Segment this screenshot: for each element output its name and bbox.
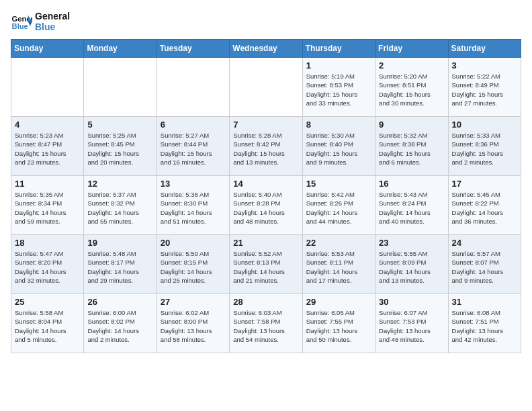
day-number: 11 xyxy=(15,179,80,189)
day-detail: Sunrise: 5:33 AM Sunset: 8:36 PM Dayligh… xyxy=(452,131,517,167)
day-number: 4 xyxy=(15,120,80,130)
day-detail: Sunrise: 5:42 AM Sunset: 8:26 PM Dayligh… xyxy=(306,190,371,226)
day-number: 22 xyxy=(306,238,371,248)
calendar-week-1: 1Sunrise: 5:19 AM Sunset: 8:53 PM Daylig… xyxy=(11,58,521,117)
logo-line2: Blue xyxy=(35,21,70,32)
day-number: 18 xyxy=(15,238,80,248)
calendar-cell: 28Sunrise: 6:03 AM Sunset: 7:58 PM Dayli… xyxy=(230,294,302,353)
day-detail: Sunrise: 6:05 AM Sunset: 7:55 PM Dayligh… xyxy=(306,308,371,344)
calendar-cell: 4Sunrise: 5:23 AM Sunset: 8:47 PM Daylig… xyxy=(11,117,84,176)
day-number: 31 xyxy=(452,297,517,307)
weekday-header-sunday: Sunday xyxy=(11,40,84,58)
calendar-cell: 18Sunrise: 5:47 AM Sunset: 8:20 PM Dayli… xyxy=(11,235,84,294)
calendar-cell: 20Sunrise: 5:50 AM Sunset: 8:15 PM Dayli… xyxy=(157,235,229,294)
day-detail: Sunrise: 5:40 AM Sunset: 8:28 PM Dayligh… xyxy=(233,190,298,226)
day-number: 26 xyxy=(87,297,152,307)
day-detail: Sunrise: 5:38 AM Sunset: 8:30 PM Dayligh… xyxy=(161,190,226,226)
weekday-header-thursday: Thursday xyxy=(302,40,375,58)
weekday-header-saturday: Saturday xyxy=(448,40,521,58)
day-number: 2 xyxy=(379,60,444,71)
calendar-cell: 15Sunrise: 5:42 AM Sunset: 8:26 PM Dayli… xyxy=(302,176,375,235)
calendar-cell: 5Sunrise: 5:25 AM Sunset: 8:45 PM Daylig… xyxy=(84,117,157,176)
day-number: 3 xyxy=(452,60,517,71)
calendar-cell xyxy=(11,58,84,117)
calendar-cell: 11Sunrise: 5:35 AM Sunset: 8:34 PM Dayli… xyxy=(11,176,84,235)
calendar-cell: 12Sunrise: 5:37 AM Sunset: 8:32 PM Dayli… xyxy=(84,176,157,235)
weekday-header-tuesday: Tuesday xyxy=(157,40,229,58)
day-detail: Sunrise: 5:58 AM Sunset: 8:04 PM Dayligh… xyxy=(15,308,80,344)
day-detail: Sunrise: 5:27 AM Sunset: 8:44 PM Dayligh… xyxy=(161,131,226,167)
calendar-cell: 26Sunrise: 6:00 AM Sunset: 8:02 PM Dayli… xyxy=(84,294,157,353)
day-number: 17 xyxy=(452,179,517,189)
day-number: 9 xyxy=(379,120,444,130)
calendar-week-4: 18Sunrise: 5:47 AM Sunset: 8:20 PM Dayli… xyxy=(11,235,521,294)
calendar-cell: 23Sunrise: 5:55 AM Sunset: 8:09 PM Dayli… xyxy=(375,235,448,294)
day-detail: Sunrise: 5:19 AM Sunset: 8:53 PM Dayligh… xyxy=(306,72,371,107)
calendar-cell: 22Sunrise: 5:53 AM Sunset: 8:11 PM Dayli… xyxy=(302,235,375,294)
calendar-cell: 21Sunrise: 5:52 AM Sunset: 8:13 PM Dayli… xyxy=(230,235,302,294)
calendar-cell: 13Sunrise: 5:38 AM Sunset: 8:30 PM Dayli… xyxy=(157,176,229,235)
day-detail: Sunrise: 5:37 AM Sunset: 8:32 PM Dayligh… xyxy=(87,190,152,226)
day-detail: Sunrise: 5:43 AM Sunset: 8:24 PM Dayligh… xyxy=(379,190,444,226)
calendar-week-3: 11Sunrise: 5:35 AM Sunset: 8:34 PM Dayli… xyxy=(11,176,521,235)
day-number: 25 xyxy=(15,297,80,307)
day-detail: Sunrise: 5:23 AM Sunset: 8:47 PM Dayligh… xyxy=(15,131,80,167)
day-number: 12 xyxy=(87,179,152,189)
calendar-cell: 7Sunrise: 5:28 AM Sunset: 8:42 PM Daylig… xyxy=(230,117,302,176)
day-detail: Sunrise: 5:22 AM Sunset: 8:49 PM Dayligh… xyxy=(452,72,517,107)
day-detail: Sunrise: 6:03 AM Sunset: 7:58 PM Dayligh… xyxy=(233,308,298,344)
weekday-header-friday: Friday xyxy=(375,40,448,58)
calendar-cell xyxy=(230,58,302,117)
calendar-cell xyxy=(157,58,229,117)
calendar-cell: 9Sunrise: 5:32 AM Sunset: 8:38 PM Daylig… xyxy=(375,117,448,176)
weekday-header-wednesday: Wednesday xyxy=(230,40,302,58)
day-number: 28 xyxy=(233,297,298,307)
calendar-cell xyxy=(84,58,157,117)
weekday-header-row: SundayMondayTuesdayWednesdayThursdayFrid… xyxy=(11,40,521,58)
day-detail: Sunrise: 6:07 AM Sunset: 7:53 PM Dayligh… xyxy=(379,308,444,344)
day-detail: Sunrise: 5:28 AM Sunset: 8:42 PM Dayligh… xyxy=(233,131,298,167)
day-detail: Sunrise: 5:30 AM Sunset: 8:40 PM Dayligh… xyxy=(306,131,371,167)
calendar-cell: 16Sunrise: 5:43 AM Sunset: 8:24 PM Dayli… xyxy=(375,176,448,235)
day-number: 5 xyxy=(87,120,152,130)
calendar-week-2: 4Sunrise: 5:23 AM Sunset: 8:47 PM Daylig… xyxy=(11,117,521,176)
day-number: 20 xyxy=(161,238,226,248)
day-detail: Sunrise: 5:52 AM Sunset: 8:13 PM Dayligh… xyxy=(233,249,298,285)
day-detail: Sunrise: 5:53 AM Sunset: 8:11 PM Dayligh… xyxy=(306,249,371,285)
calendar-week-5: 25Sunrise: 5:58 AM Sunset: 8:04 PM Dayli… xyxy=(11,294,521,353)
calendar-cell: 8Sunrise: 5:30 AM Sunset: 8:40 PM Daylig… xyxy=(302,117,375,176)
day-number: 27 xyxy=(161,297,226,307)
calendar-table: SundayMondayTuesdayWednesdayThursdayFrid… xyxy=(11,39,521,353)
weekday-header-monday: Monday xyxy=(84,40,157,58)
day-number: 19 xyxy=(87,238,152,248)
day-detail: Sunrise: 5:20 AM Sunset: 8:51 PM Dayligh… xyxy=(379,72,444,107)
calendar-cell: 6Sunrise: 5:27 AM Sunset: 8:44 PM Daylig… xyxy=(157,117,229,176)
day-detail: Sunrise: 6:02 AM Sunset: 8:00 PM Dayligh… xyxy=(161,308,226,344)
calendar-cell: 1Sunrise: 5:19 AM Sunset: 8:53 PM Daylig… xyxy=(302,58,375,117)
page-header: General Blue General Blue xyxy=(11,11,521,32)
calendar-cell: 3Sunrise: 5:22 AM Sunset: 8:49 PM Daylig… xyxy=(448,58,521,117)
calendar-cell: 24Sunrise: 5:57 AM Sunset: 8:07 PM Dayli… xyxy=(448,235,521,294)
day-detail: Sunrise: 5:47 AM Sunset: 8:20 PM Dayligh… xyxy=(15,249,80,285)
calendar-cell: 27Sunrise: 6:02 AM Sunset: 8:00 PM Dayli… xyxy=(157,294,229,353)
day-number: 7 xyxy=(233,120,298,130)
calendar-cell: 2Sunrise: 5:20 AM Sunset: 8:51 PM Daylig… xyxy=(375,58,448,117)
logo-line1: General xyxy=(35,11,70,21)
day-number: 13 xyxy=(161,179,226,189)
logo-icon: General Blue xyxy=(11,11,32,32)
calendar-cell: 25Sunrise: 5:58 AM Sunset: 8:04 PM Dayli… xyxy=(11,294,84,353)
day-detail: Sunrise: 5:35 AM Sunset: 8:34 PM Dayligh… xyxy=(15,190,80,226)
calendar-cell: 30Sunrise: 6:07 AM Sunset: 7:53 PM Dayli… xyxy=(375,294,448,353)
day-number: 8 xyxy=(306,120,371,130)
day-number: 23 xyxy=(379,238,444,248)
svg-marker-3 xyxy=(28,21,32,26)
day-number: 16 xyxy=(379,179,444,189)
day-detail: Sunrise: 5:50 AM Sunset: 8:15 PM Dayligh… xyxy=(161,249,226,285)
day-number: 6 xyxy=(161,120,226,130)
svg-text:Blue: Blue xyxy=(12,22,28,30)
day-detail: Sunrise: 6:00 AM Sunset: 8:02 PM Dayligh… xyxy=(87,308,152,344)
day-number: 24 xyxy=(452,238,517,248)
logo: General Blue General Blue xyxy=(11,11,70,32)
day-number: 15 xyxy=(306,179,371,189)
day-detail: Sunrise: 5:48 AM Sunset: 8:17 PM Dayligh… xyxy=(87,249,152,285)
